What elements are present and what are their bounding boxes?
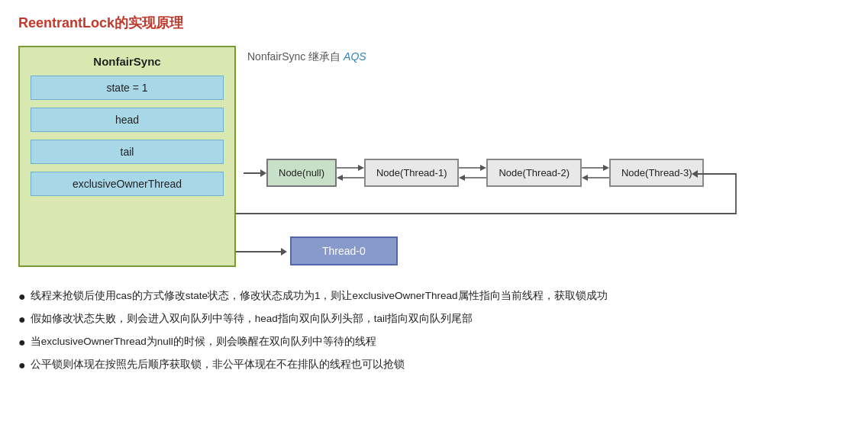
nonfairsync-label: NonfairSync 继承自 AQS (247, 50, 366, 64)
note-text-3: 当exclusiveOwnerThread为null的时候，则会唤醒在双向队列中… (31, 334, 376, 349)
node-thread3: Node(Thread-3) (609, 159, 705, 187)
bullet-2: ● (18, 310, 26, 329)
nonfairsync-box: NonfairSync state = 1 head tail exclusiv… (18, 46, 236, 267)
note-item-3: ● 当exclusiveOwnerThread为null的时候，则会唤醒在双向队… (18, 334, 850, 352)
bullet-4: ● (18, 356, 26, 375)
arrow-head-to-null (244, 164, 266, 182)
page-title: ReentrantLock的实现原理 (18, 14, 850, 32)
thread0-box: Thread-0 (290, 236, 398, 265)
node-thread1: Node(Thread-1) (364, 159, 460, 187)
svg-marker-3 (358, 165, 364, 171)
node-null: Node(null) (266, 159, 337, 187)
inner-diagram: NonfairSync state = 1 head tail exclusiv… (18, 46, 850, 282)
field-head: head (31, 108, 224, 132)
bullet-1: ● (18, 288, 26, 306)
bullet-3: ● (18, 333, 26, 352)
note-item-1: ● 线程来抢锁后使用cas的方式修改state状态，修改状态成功为1，则让exc… (18, 288, 850, 306)
nodes-row: Node(null) Node(Thread-1) (244, 159, 704, 187)
svg-marker-5 (337, 175, 343, 181)
field-state: state = 1 (31, 76, 224, 100)
note-item-4: ● 公平锁则体现在按照先后顺序获取锁，非公平体现在不在排队的线程也可以抢锁 (18, 357, 850, 375)
note-text-4: 公平锁则体现在按照先后顺序获取锁，非公平体现在不在排队的线程也可以抢锁 (31, 357, 405, 372)
node-thread2: Node(Thread-2) (486, 159, 582, 187)
svg-marker-7 (480, 165, 486, 171)
nonfairsync-title: NonfairSync (31, 55, 224, 68)
svg-marker-11 (603, 165, 609, 171)
note-text-1: 线程来抢锁后使用cas的方式修改state状态，修改状态成功为1，则让exclu… (31, 288, 608, 304)
aqs-label: AQS (344, 50, 366, 63)
svg-marker-9 (459, 175, 465, 181)
svg-marker-13 (582, 175, 588, 181)
field-exclusive: exclusiveOwnerThread (31, 172, 224, 196)
diagram-wrapper: NonfairSync state = 1 head tail exclusiv… (18, 46, 850, 282)
svg-marker-1 (260, 169, 266, 177)
arrow-t1-t2 (459, 164, 486, 182)
notes-section: ● 线程来抢锁后使用cas的方式修改state状态，修改状态成功为1，则让exc… (18, 288, 850, 375)
note-item-2: ● 假如修改状态失败，则会进入双向队列中等待，head指向双向队列头部，tail… (18, 311, 850, 329)
field-tail: tail (31, 140, 224, 164)
arrow-null-t1 (337, 164, 364, 182)
note-text-2: 假如修改状态失败，则会进入双向队列中等待，head指向双向队列头部，tail指向… (31, 311, 473, 326)
arrow-t2-t3 (582, 164, 609, 182)
svg-marker-16 (281, 248, 287, 256)
